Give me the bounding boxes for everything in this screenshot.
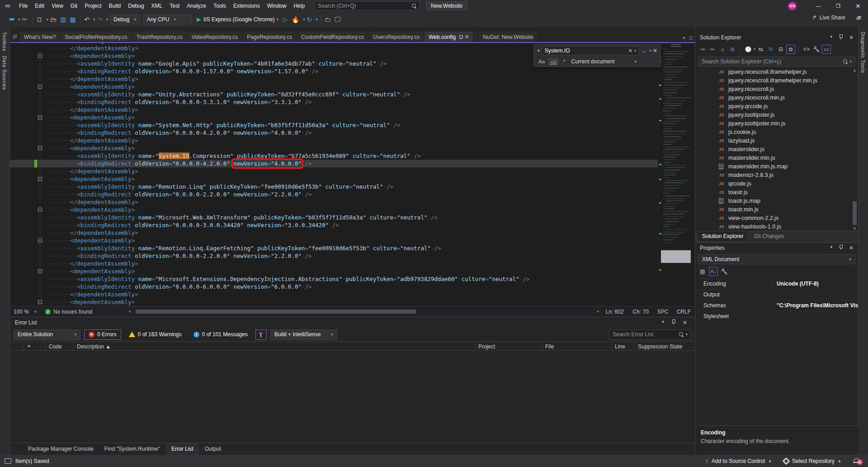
- severity-column-icon[interactable]: ⚑: [24, 342, 34, 351]
- close-tab-icon[interactable]: ✕: [465, 34, 469, 40]
- line-ending-indicator[interactable]: CRLF: [673, 307, 695, 316]
- navigate-forward-icon[interactable]: ⮩: [20, 15, 30, 23]
- notifications-bell-icon[interactable]: 1: [853, 457, 860, 464]
- code-line[interactable]: −······<dependentAssembly>: [10, 267, 658, 275]
- tab-nuget-new-website[interactable]: NuGet: New.Website: [479, 32, 537, 42]
- code-line[interactable]: ········<assemblyIdentity·name="Unity.Ab…: [10, 91, 658, 98]
- properties-wrench-icon[interactable]: 🔧: [812, 45, 821, 54]
- code-line[interactable]: −······<dependentAssembly>: [10, 83, 658, 91]
- fold-collapse-icon[interactable]: −: [38, 54, 42, 58]
- code-line[interactable]: ······</dependentAssembly>: [10, 229, 658, 237]
- tab-list-dropdown-icon[interactable]: ▾: [683, 35, 685, 40]
- start-debugging-button[interactable]: ▶ IIS Express (Google Chrome) ▾: [197, 16, 278, 23]
- find-input[interactable]: System.IO ✕ ▾: [542, 46, 640, 55]
- solution-explorer-search-input[interactable]: Search Solution Explorer (Ctrl+ç) ▾: [698, 57, 855, 67]
- fold-collapse-icon[interactable]: −: [38, 269, 42, 273]
- home-icon[interactable]: ⌂: [718, 45, 727, 54]
- horizontal-scroll-thumb[interactable]: [136, 310, 416, 314]
- panel-tab-package-manager-console[interactable]: Package Manager Console: [24, 444, 98, 454]
- tab-videorepository-cs[interactable]: VideoRepository.cs: [188, 32, 242, 42]
- close-panel-icon[interactable]: ✕: [849, 245, 854, 251]
- close-panel-icon[interactable]: ✕: [683, 319, 687, 326]
- property-value[interactable]: [773, 311, 858, 322]
- minimize-button[interactable]: —: [808, 0, 828, 12]
- code-line[interactable]: ······</dependentAssembly>: [10, 167, 658, 175]
- tree-item[interactable]: JSlazyload.js: [695, 136, 858, 145]
- pin-icon[interactable]: [839, 245, 843, 250]
- tree-item[interactable]: JSjquery.nicescroll.iframehelper.min.js: [695, 76, 858, 85]
- tree-item[interactable]: JSjquery.qrcode.js: [695, 102, 858, 110]
- fold-collapse-icon[interactable]: −: [38, 146, 42, 150]
- fold-collapse-icon[interactable]: −: [38, 238, 42, 243]
- data-sources-tab[interactable]: Data Sources: [2, 56, 7, 90]
- tree-item[interactable]: JSjquery.tooltipster.js: [695, 110, 858, 119]
- tab-usersrepository-cs[interactable]: UsersRepository.cs: [369, 32, 424, 42]
- select-repository-button[interactable]: Select Repository ▲: [783, 458, 841, 464]
- menu-xml[interactable]: XML: [148, 1, 166, 11]
- pin-tab-icon[interactable]: [459, 35, 462, 39]
- error-list-search-input[interactable]: Search Error List ▾: [609, 329, 691, 340]
- save-all-icon[interactable]: ▦: [68, 16, 77, 23]
- menu-extensions[interactable]: Extensions: [230, 1, 264, 11]
- property-row[interactable]: EncodingUnicode (UTF-8): [695, 279, 858, 290]
- find-scope-combo[interactable]: Current document ▾: [571, 58, 637, 65]
- code-line[interactable]: ········<assemblyIdentity·name="Remotion…: [10, 183, 658, 191]
- view-code-icon[interactable]: <>: [802, 45, 811, 54]
- use-regex-toggle[interactable]: .*: [562, 59, 566, 64]
- redo-icon[interactable]: ↷: [95, 16, 104, 23]
- property-row[interactable]: Schemas"C:\Program Files\Microsoft Vis: [695, 300, 858, 311]
- code-line[interactable]: −······<dependentAssembly>: [10, 114, 658, 121]
- pin-icon[interactable]: [839, 34, 843, 39]
- column-header-file[interactable]: File: [542, 342, 605, 351]
- close-panel-icon[interactable]: ✕: [849, 34, 854, 41]
- code-line[interactable]: ········<bindingRedirect·oldVersion="0.0…: [10, 129, 658, 137]
- pending-changes-filter-icon[interactable]: 🕐: [744, 45, 753, 54]
- menu-test[interactable]: Test: [166, 1, 183, 11]
- match-case-toggle[interactable]: Aa: [538, 59, 545, 64]
- preview-selected-items-toggle[interactable]: ▭: [822, 45, 831, 54]
- panel-tab-solution-explorer[interactable]: Solution Explorer: [697, 231, 748, 242]
- code-line[interactable]: ········<assemblyIdentity·name="System.N…: [10, 121, 658, 129]
- insert-mode-indicator[interactable]: SPC: [653, 307, 673, 316]
- forward-icon[interactable]: ⮩: [708, 45, 717, 54]
- panel-tab-output[interactable]: Output: [200, 444, 226, 454]
- messages-toggle[interactable]: i 0 of 101 Messages: [189, 329, 252, 340]
- health-indicator[interactable]: ✓ No issues found: [45, 309, 118, 315]
- scroll-down-icon[interactable]: ▼: [852, 226, 858, 231]
- add-to-source-control-button[interactable]: ↑ Add to Source Control ▲: [706, 457, 772, 464]
- toolbar-grip[interactable]: ⋮: [1, 17, 5, 22]
- menu-tools[interactable]: Tools: [210, 1, 230, 11]
- panel-tab-find-system-runtime-[interactable]: Find "System.Runtime": [100, 444, 165, 454]
- code-line[interactable]: −······<dependentAssembly>: [10, 298, 658, 306]
- menu-window[interactable]: Window: [264, 1, 290, 11]
- hot-reload-icon[interactable]: 🔥: [290, 16, 301, 23]
- tab-what-s-new-[interactable]: What's New?: [20, 32, 60, 42]
- code-line[interactable]: ······</dependentAssembly>: [10, 106, 658, 114]
- tree-item[interactable]: JSmasterslider.min.js: [695, 153, 858, 162]
- property-value[interactable]: Unicode (UTF-8): [773, 279, 858, 289]
- run-target-dropdown[interactable]: ▾: [276, 17, 278, 22]
- find-clear-icon[interactable]: ✕: [628, 48, 632, 54]
- panel-tab-error-list[interactable]: Error List: [166, 443, 198, 454]
- code-line[interactable]: −······<dependentAssembly>: [10, 237, 658, 244]
- code-line[interactable]: ········<bindingRedirect·oldVersion="0.0…: [10, 160, 658, 167]
- tab-socialprofilerepository-cs[interactable]: SocialProfileRepository.cs: [61, 32, 132, 42]
- menu-edit[interactable]: Edit: [31, 1, 48, 11]
- tree-item[interactable]: JStoastr.js: [695, 188, 858, 196]
- navigate-back-icon[interactable]: ⮨: [7, 15, 16, 23]
- browser-link-icon[interactable]: 🖵: [333, 15, 343, 23]
- code-line[interactable]: ······</dependentAssembly>: [10, 260, 658, 267]
- find-expand-icon[interactable]: ▾: [538, 48, 540, 53]
- tab-pagerepository-cs[interactable]: PageRepository.cs: [243, 32, 296, 42]
- window-position-dropdown-icon[interactable]: ▾: [662, 319, 664, 326]
- menu-analyze[interactable]: Analyze: [183, 1, 210, 11]
- code-line[interactable]: ········<bindingRedirect·oldVersion="0.0…: [10, 221, 658, 229]
- code-line[interactable]: ········<bindingRedirect·oldVersion="0.0…: [10, 98, 658, 106]
- filter-dropdown-icon[interactable]: ▾: [754, 47, 755, 51]
- code-line[interactable]: ········<bindingRedirect·oldVersion="0.0…: [10, 283, 658, 291]
- property-row[interactable]: Output: [695, 290, 858, 300]
- toolbox-tab[interactable]: Toolbox: [2, 32, 7, 51]
- find-close-icon[interactable]: ✕: [653, 48, 657, 54]
- save-icon[interactable]: ▥: [58, 16, 68, 23]
- solution-name-button[interactable]: New.Website: [426, 1, 467, 10]
